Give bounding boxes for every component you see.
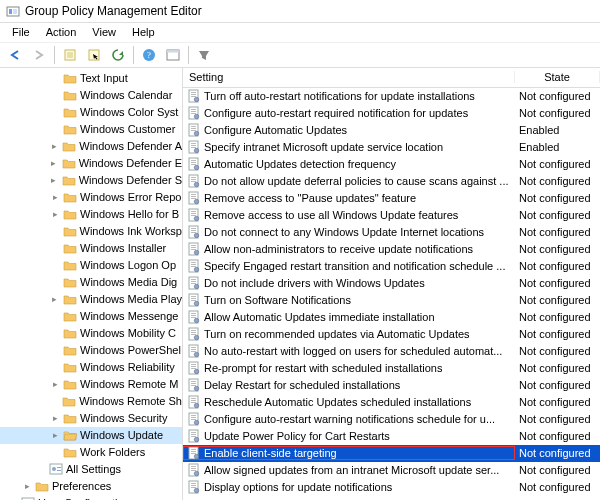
policy-icon xyxy=(187,174,201,188)
tree-item[interactable]: Windows Remote Sh xyxy=(0,393,182,410)
forward-button[interactable] xyxy=(28,44,50,66)
state-cell: Not configured xyxy=(515,311,600,323)
tree-item-label: Windows Update xyxy=(80,429,163,441)
properties-button[interactable] xyxy=(59,44,81,66)
tree-item-label: Windows Messenge xyxy=(80,310,178,322)
expand-collapse-icon[interactable]: ▸ xyxy=(50,192,60,202)
policy-icon xyxy=(187,344,201,358)
setting-row[interactable]: Turn on recommended updates via Automati… xyxy=(183,326,600,343)
state-cell: Not configured xyxy=(515,328,600,340)
tree-item[interactable]: ▸Preferences xyxy=(0,478,182,495)
folder-icon xyxy=(63,343,77,357)
filter-button[interactable] xyxy=(193,44,215,66)
tree-item[interactable]: Text Input xyxy=(0,70,182,87)
setting-label: Do not include drivers with Windows Upda… xyxy=(204,277,425,289)
select-button[interactable] xyxy=(83,44,105,66)
setting-label: Remove access to use all Windows Update … xyxy=(204,209,458,221)
setting-row[interactable]: Do not allow update deferral policies to… xyxy=(183,173,600,190)
setting-row[interactable]: Allow non-administrators to receive upda… xyxy=(183,241,600,258)
setting-row[interactable]: Allow Automatic Updates immediate instal… xyxy=(183,309,600,326)
tree-item[interactable]: Windows Customer xyxy=(0,121,182,138)
expand-collapse-icon[interactable]: ▸ xyxy=(49,158,59,168)
setting-row[interactable]: Turn on Software NotificationsNot config… xyxy=(183,292,600,309)
menu-view[interactable]: View xyxy=(84,24,124,40)
expand-collapse-icon[interactable]: ▸ xyxy=(22,481,32,491)
setting-row[interactable]: Delay Restart for scheduled installation… xyxy=(183,377,600,394)
setting-row[interactable]: Enable client-side targetingNot configur… xyxy=(183,445,600,462)
tree-item[interactable]: Windows Installer xyxy=(0,240,182,257)
column-header-setting[interactable]: Setting xyxy=(183,71,515,83)
setting-row[interactable]: Configure auto-restart warning notificat… xyxy=(183,411,600,428)
tree-item[interactable]: ▸Windows Media Play xyxy=(0,291,182,308)
setting-row[interactable]: Do not connect to any Windows Update Int… xyxy=(183,224,600,241)
expand-collapse-icon[interactable]: ▸ xyxy=(50,379,60,389)
column-header-state[interactable]: State xyxy=(515,71,600,83)
toolbar-separator xyxy=(188,46,189,64)
tree-item[interactable]: ▸Windows Defender S xyxy=(0,172,182,189)
policy-icon xyxy=(187,225,201,239)
folder-icon xyxy=(63,360,77,374)
setting-row[interactable]: Specify intranet Microsoft update servic… xyxy=(183,139,600,156)
list-body[interactable]: Turn off auto-restart notifications for … xyxy=(183,88,600,500)
state-cell: Not configured xyxy=(515,243,600,255)
help-icon xyxy=(142,48,156,62)
expand-collapse-icon[interactable]: ▸ xyxy=(50,430,60,440)
tree-item[interactable]: Windows Reliability xyxy=(0,359,182,376)
expand-collapse-icon[interactable]: ▸ xyxy=(49,175,59,185)
setting-label: Turn off auto-restart notifications for … xyxy=(204,90,475,102)
window-title: Group Policy Management Editor xyxy=(25,4,202,18)
state-cell: Not configured xyxy=(515,481,600,493)
setting-row[interactable]: Re-prompt for restart with scheduled ins… xyxy=(183,360,600,377)
tree-item[interactable]: ▸Windows Defender E xyxy=(0,155,182,172)
setting-row[interactable]: Remove access to "Pause updates" feature… xyxy=(183,190,600,207)
tree-item[interactable]: Windows PowerShel xyxy=(0,342,182,359)
setting-row[interactable]: Configure Automatic UpdatesEnabled xyxy=(183,122,600,139)
tree-item[interactable]: ▸Windows Update xyxy=(0,427,182,444)
setting-cell: Remove access to "Pause updates" feature xyxy=(183,191,515,205)
tree-item[interactable]: ▸Windows Error Repo xyxy=(0,189,182,206)
menu-help[interactable]: Help xyxy=(124,24,163,40)
tree-item[interactable]: Windows Media Dig xyxy=(0,274,182,291)
setting-row[interactable]: Display options for update notifications… xyxy=(183,479,600,496)
setting-row[interactable]: Turn off auto-restart notifications for … xyxy=(183,88,600,105)
setting-cell: Specify Engaged restart transition and n… xyxy=(183,259,515,273)
expand-collapse-icon[interactable]: ▸ xyxy=(50,413,60,423)
tree-item[interactable]: ▾User Configuration xyxy=(0,495,182,500)
help-button[interactable] xyxy=(138,44,160,66)
setting-row[interactable]: Specify Engaged restart transition and n… xyxy=(183,258,600,275)
tree-item[interactable]: Work Folders xyxy=(0,444,182,461)
menubar: File Action View Help xyxy=(0,23,600,42)
setting-row[interactable]: Do not include drivers with Windows Upda… xyxy=(183,275,600,292)
state-cell: Not configured xyxy=(515,430,600,442)
setting-row[interactable]: Update Power Policy for Cart RestartsNot… xyxy=(183,428,600,445)
setting-row[interactable]: No auto-restart with logged on users for… xyxy=(183,343,600,360)
tree-pane[interactable]: Text InputWindows CalendarWindows Color … xyxy=(0,68,183,500)
tree-item[interactable]: Windows Calendar xyxy=(0,87,182,104)
back-button[interactable] xyxy=(4,44,26,66)
expand-collapse-icon[interactable]: ▸ xyxy=(50,209,60,219)
setting-row[interactable]: Remove access to use all Windows Update … xyxy=(183,207,600,224)
tree-item[interactable]: Windows Messenge xyxy=(0,308,182,325)
setting-label: Automatic Updates detection frequency xyxy=(204,158,396,170)
expand-collapse-icon[interactable]: ▸ xyxy=(49,141,59,151)
menu-action[interactable]: Action xyxy=(38,24,85,40)
tree-item[interactable]: ▸Windows Security xyxy=(0,410,182,427)
menu-file[interactable]: File xyxy=(4,24,38,40)
tree-item[interactable]: All Settings xyxy=(0,461,182,478)
show-hide-button[interactable] xyxy=(162,44,184,66)
setting-row[interactable]: Configure auto-restart required notifica… xyxy=(183,105,600,122)
tree-item[interactable]: Windows Ink Worksp xyxy=(0,223,182,240)
setting-row[interactable]: Automatic Updates detection frequencyNot… xyxy=(183,156,600,173)
folder-icon xyxy=(35,479,49,493)
tree-item[interactable]: Windows Color Syst xyxy=(0,104,182,121)
tree-item[interactable]: ▸Windows Defender A xyxy=(0,138,182,155)
refresh-button[interactable] xyxy=(107,44,129,66)
policy-icon xyxy=(187,242,201,256)
tree-item[interactable]: Windows Mobility C xyxy=(0,325,182,342)
setting-row[interactable]: Allow signed updates from an intranet Mi… xyxy=(183,462,600,479)
expand-collapse-icon[interactable]: ▸ xyxy=(50,294,60,304)
setting-row[interactable]: Reschedule Automatic Updates scheduled i… xyxy=(183,394,600,411)
tree-item[interactable]: ▸Windows Remote M xyxy=(0,376,182,393)
tree-item[interactable]: Windows Logon Op xyxy=(0,257,182,274)
tree-item[interactable]: ▸Windows Hello for B xyxy=(0,206,182,223)
